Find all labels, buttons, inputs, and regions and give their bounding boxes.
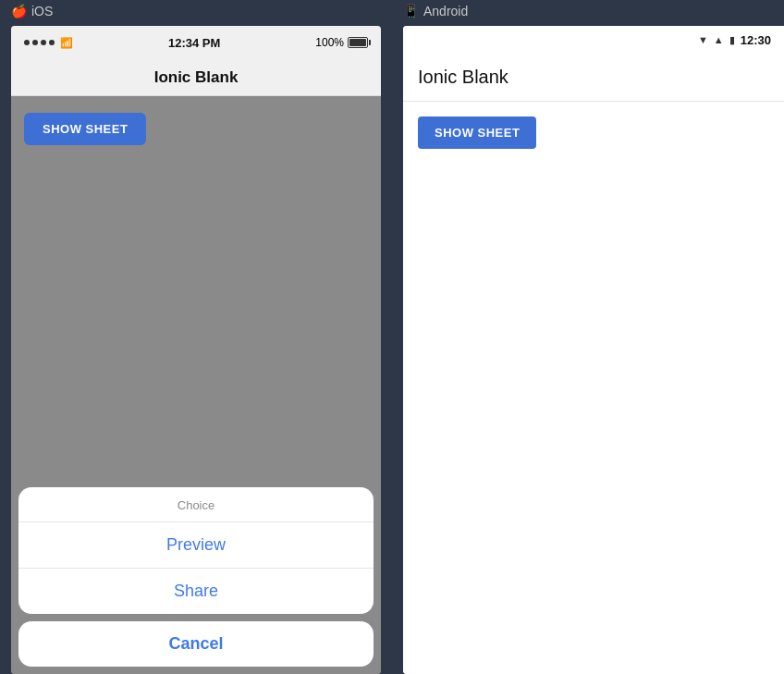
- android-time: 12:30: [741, 33, 771, 47]
- android-header: Ionic Blank: [403, 54, 784, 102]
- ios-sheet-option-share[interactable]: Share: [18, 569, 374, 614]
- ios-battery-fill: [349, 39, 366, 46]
- android-icon: 📱: [403, 4, 419, 18]
- android-content: SHOW SHEET: [403, 102, 784, 674]
- ios-status-bar: 📶 12:34 PM 100%: [11, 26, 381, 59]
- android-panel: 📱 Android ▼ ▲ ▮ 12:30 Ionic Blank SHOW S…: [392, 0, 784, 674]
- ios-status-right: 100%: [315, 36, 368, 49]
- ios-header: Ionic Blank: [11, 59, 381, 96]
- ios-content: SHOW SHEET Choice Preview Share Cancel: [11, 96, 381, 674]
- android-signal-icon: ▲: [714, 34, 724, 45]
- android-show-sheet-button[interactable]: SHOW SHEET: [418, 116, 536, 149]
- ios-battery-icon: [348, 37, 368, 48]
- android-label-text: Android: [423, 4, 468, 18]
- android-device: ▼ ▲ ▮ 12:30 Ionic Blank SHOW SHEET: [403, 26, 784, 674]
- ios-panel: 🍎 iOS 📶 12:34 PM 100%: [0, 0, 392, 674]
- ios-label-text: iOS: [31, 4, 53, 18]
- android-platform-label: 📱 Android: [403, 4, 468, 18]
- ios-status-left: 📶: [24, 37, 73, 49]
- ios-sheet-cancel-button[interactable]: Cancel: [18, 621, 374, 667]
- ios-sheet-group: Choice Preview Share: [18, 487, 374, 614]
- ios-wifi-icon: 📶: [60, 37, 73, 49]
- ios-icon: 🍎: [11, 4, 27, 18]
- ios-platform-label: 🍎 iOS: [11, 4, 53, 26]
- android-battery-icon: ▮: [729, 34, 735, 46]
- ios-show-sheet-button[interactable]: SHOW SHEET: [24, 113, 146, 145]
- ios-sheet-option-preview[interactable]: Preview: [18, 522, 374, 569]
- ios-header-title: Ionic Blank: [154, 68, 239, 87]
- ios-sheet-title: Choice: [18, 487, 374, 522]
- ios-battery-text: 100%: [315, 36, 344, 49]
- ios-signal-dots: [24, 40, 55, 45]
- ios-device: 📶 12:34 PM 100% Ionic Blank SHOW SHEET C…: [11, 26, 381, 674]
- ios-time: 12:34 PM: [168, 36, 220, 50]
- android-header-title: Ionic Blank: [418, 67, 508, 88]
- ios-action-sheet: Choice Preview Share Cancel: [11, 487, 381, 674]
- android-status-bar: ▼ ▲ ▮ 12:30: [403, 26, 784, 54]
- android-wifi-icon: ▼: [698, 34, 708, 45]
